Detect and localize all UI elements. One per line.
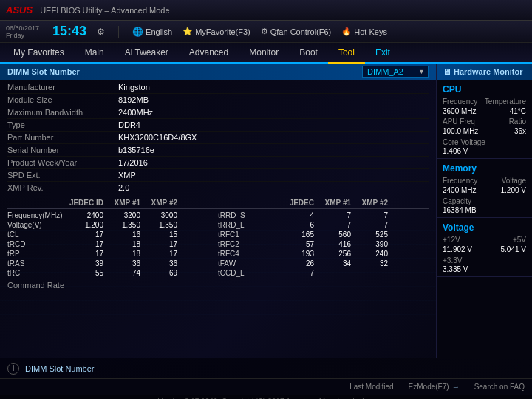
dimm-bottom-bar: i DIMM Slot Number (0, 358, 532, 378)
v5-label: +5V (513, 236, 526, 244)
timing-row: tRFC4193256240 (218, 249, 429, 259)
right-panel: 🖥 Hardware Monitor CPU Frequency Tempera… (436, 64, 532, 358)
timing-row: tRAS393636 (7, 259, 218, 268)
nav-tool[interactable]: Tool (328, 43, 365, 64)
timing-left-rows: Frequency(MHz)240032003000Voltage(V)1.20… (7, 211, 218, 278)
info-value: 8192MB (118, 95, 149, 104)
qfan-button[interactable]: ⚙ Qfan Control(F6) (261, 27, 332, 36)
time-display: 15:43 (52, 24, 86, 39)
mem-capacity-value: 16384 MB (443, 206, 477, 214)
info-row: Maximum Bandwidth2400MHz (7, 106, 429, 119)
voltage-section: Voltage +12V +5V 11.902 V 5.041 V +3.3V … (437, 218, 532, 277)
dimm-header: DIMM Slot Number DIMM_A2 ▼ (0, 64, 436, 80)
myfavorites-label: MyFavorite(F3) (195, 27, 250, 36)
timing-right: JEDEC XMP #1 XMP #2 tRRD_S477tRRD_L677tR… (218, 199, 429, 278)
cpu-ratio-label: Ratio (509, 117, 526, 126)
info-row: Part NumberKHX3200C16D4/8GX (7, 132, 429, 144)
timing-double: JEDEC ID XMP #1 XMP #2 Frequency(MHz)240… (7, 199, 429, 278)
info-value: 2400MHz (118, 108, 153, 117)
hw-monitor-label: Hardware Monitor (454, 67, 523, 76)
info-label: Module Size (7, 95, 118, 104)
nav-ai-tweaker[interactable]: Ai Tweaker (115, 42, 179, 63)
bios-title: UEFI BIOS Utility – Advanced Mode (40, 6, 169, 15)
info-icon[interactable]: i (7, 363, 19, 375)
language-label: English (146, 27, 172, 36)
left-panel: DIMM Slot Number DIMM_A2 ▼ ManufacturerK… (0, 64, 436, 358)
hotkeys-button[interactable]: 🔥 Hot Keys (341, 27, 387, 36)
timing-row: tCL171615 (7, 230, 218, 239)
qfan-label: Qfan Control(F6) (270, 27, 332, 36)
nav-monitor[interactable]: Monitor (239, 42, 289, 63)
hotkeys-label: Hot Keys (354, 27, 387, 36)
info-value: KHX3200C16D4/8GX (118, 133, 197, 142)
info-row: ManufacturerKingston (7, 81, 429, 94)
nav-exit[interactable]: Exit (365, 42, 400, 63)
info-value: Kingston (118, 83, 150, 92)
cpu-apu-label: APU Freq (443, 117, 475, 126)
info-row: Product Week/Year17/2016 (7, 157, 429, 169)
cpu-apu-value: 100.0 MHz (443, 127, 478, 135)
command-rate: Command Rate (0, 278, 436, 293)
search-label: Search on FAQ (474, 383, 525, 391)
timing-row: tRP171817 (7, 249, 218, 259)
timing-row: Voltage(V)1.2001.3501.350 (7, 220, 218, 230)
v33-label: +3.3V (443, 256, 462, 265)
timing-row: tRCD171817 (7, 239, 218, 249)
nav-main[interactable]: Main (75, 42, 115, 63)
mem-freq-label: Frequency (443, 177, 477, 185)
timing-section: JEDEC ID XMP #1 XMP #2 Frequency(MHz)240… (0, 196, 436, 278)
mem-capacity-label: Capacity (443, 197, 471, 205)
timing-row: tRC557469 (7, 268, 218, 278)
timing-right-rows: tRRD_S477tRRD_L677tRFC1165560525tRFC2574… (218, 211, 429, 278)
info-row: Module Size8192MB (7, 94, 429, 106)
ezmode-icon: → (452, 383, 460, 391)
info-label: Maximum Bandwidth (7, 108, 118, 117)
info-row: XMP Rev.2.0 (7, 182, 429, 194)
last-modified-item[interactable]: Last Modified (349, 383, 393, 391)
timing-row: tRFC1165560525 (218, 230, 429, 239)
cpu-temp-value: 41°C (510, 107, 526, 115)
gear-icon[interactable]: ⚙ (97, 27, 105, 37)
search-faq-button[interactable]: Search on FAQ (474, 383, 525, 391)
info-label: Type (7, 120, 118, 129)
cpu-temp-label: Temperature (485, 98, 526, 106)
day-display: Friday (6, 32, 39, 39)
info-value: 17/2016 (118, 158, 148, 167)
nav-my-favorites[interactable]: My Favorites (3, 42, 75, 63)
ezmode-button[interactable]: EzMode(F7) → (409, 383, 460, 391)
info-value: DDR4 (118, 120, 140, 129)
monitor-icon: 🖥 (443, 67, 451, 76)
bottom-bar: Last Modified EzMode(F7) → Search on FAQ (0, 378, 532, 395)
nav-advanced[interactable]: Advanced (179, 42, 239, 63)
last-modified-label: Last Modified (349, 383, 393, 391)
cpu-core-value: 1.406 V (443, 147, 468, 155)
timing-row: tCCD_L7 (218, 268, 429, 278)
main-content: DIMM Slot Number DIMM_A2 ▼ ManufacturerK… (0, 64, 532, 358)
cpu-section-title: CPU (443, 84, 526, 95)
date-display: 06/30/2017 (6, 24, 39, 32)
dimm-header-title: DIMM Slot Number (7, 67, 80, 76)
info-label: Product Week/Year (7, 158, 118, 167)
dimm-slot-label: DIMM Slot Number (25, 364, 95, 373)
dimm-slot-dropdown[interactable]: DIMM_A2 ▼ (362, 66, 429, 78)
hotkeys-icon: 🔥 (341, 27, 352, 36)
dimm-dropdown-value: DIMM_A2 (367, 67, 403, 76)
info-value: XMP (118, 171, 136, 180)
v12-value: 11.902 V (443, 245, 472, 253)
mem-voltage-value: 1.200 V (501, 186, 526, 194)
info-row: SPD Ext.XMP (7, 169, 429, 182)
timing-left: JEDEC ID XMP #1 XMP #2 Frequency(MHz)240… (7, 199, 218, 278)
language-selector[interactable]: 🌐 English (132, 27, 172, 37)
cpu-freq-value: 3600 MHz (443, 107, 477, 115)
myfavorites-button[interactable]: ⭐ MyFavorite(F3) (183, 27, 250, 36)
timing-row: tFAW263432 (218, 259, 429, 268)
timing-row: tRRD_S477 (218, 211, 429, 220)
info-label: XMP Rev. (7, 183, 118, 192)
v33-value: 3.335 V (443, 265, 468, 273)
copyright-bar: Version 2.17.1246. Copyright (C) 2017 Am… (0, 395, 532, 399)
info-row: Serial Numberb135716e (7, 144, 429, 157)
info-label: SPD Ext. (7, 171, 118, 180)
info-value: b135716e (118, 146, 154, 154)
cpu-section: CPU Frequency Temperature 3600 MHz 41°C … (437, 80, 532, 159)
nav-boot[interactable]: Boot (289, 42, 328, 63)
